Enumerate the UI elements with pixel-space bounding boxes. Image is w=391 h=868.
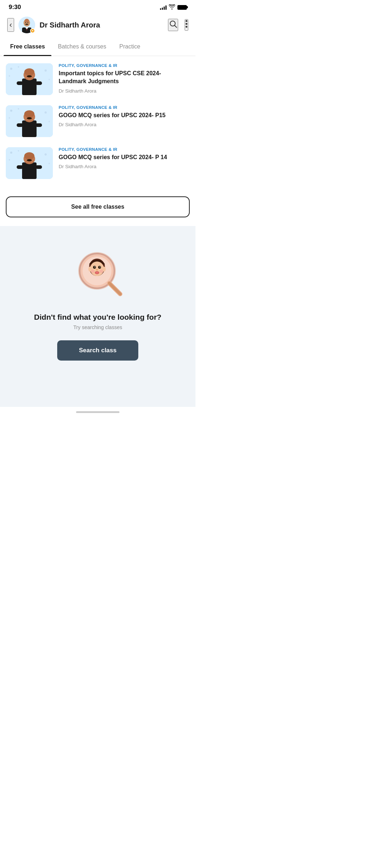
svg-point-60 (96, 269, 98, 271)
svg-point-63 (91, 269, 94, 273)
svg-rect-36 (35, 123, 42, 127)
svg-point-15 (18, 66, 19, 68)
svg-point-62 (95, 272, 99, 274)
svg-point-27 (18, 108, 19, 110)
header-actions (168, 19, 188, 31)
class-info: POLITY, GOVERNANCE & IR Important topics… (59, 63, 190, 94)
svg-point-7 (25, 19, 29, 22)
svg-point-17 (45, 69, 47, 72)
class-item[interactable]: POLITY, GOVERNANCE & IR GOGO MCQ series … (6, 105, 190, 137)
svg-rect-48 (35, 165, 42, 169)
svg-point-58 (94, 267, 96, 268)
class-title: GOGO MCQ series for UPSC 2024- P 14 (59, 153, 190, 161)
svg-rect-31 (22, 120, 37, 137)
class-thumbnail (6, 105, 53, 137)
svg-point-30 (49, 121, 50, 122)
svg-point-45 (24, 152, 34, 159)
tabs: Free classes Batches & courses Practice (0, 38, 196, 56)
class-thumbnail (6, 63, 53, 95)
svg-rect-47 (17, 165, 23, 169)
header-title: Dr Sidharth Arora (39, 21, 164, 29)
back-button[interactable]: ‹ (7, 18, 14, 32)
svg-line-68 (109, 283, 120, 294)
svg-point-42 (49, 163, 50, 164)
class-category: POLITY, GOVERNANCE & IR (59, 63, 190, 68)
search-illustration (65, 239, 130, 304)
svg-point-21 (24, 68, 34, 76)
search-heading: Didn't find what you're looking for? (34, 313, 161, 322)
more-options-button[interactable] (185, 19, 188, 31)
signal-icon (160, 5, 167, 10)
avatar: ★ (18, 17, 35, 33)
svg-point-38 (10, 152, 12, 154)
svg-point-39 (18, 150, 19, 152)
class-teacher: Dr Sidharth Arora (59, 164, 190, 169)
svg-point-41 (45, 153, 47, 156)
svg-rect-19 (22, 78, 37, 95)
svg-rect-24 (35, 81, 42, 85)
class-teacher: Dr Sidharth Arora (59, 122, 190, 127)
svg-rect-35 (17, 123, 23, 127)
home-bar (76, 411, 119, 413)
class-teacher: Dr Sidharth Arora (59, 88, 190, 94)
search-section: Didn't find what you're looking for? Try… (0, 226, 196, 407)
class-info: POLITY, GOVERNANCE & IR GOGO MCQ series … (59, 105, 190, 127)
see-all-free-classes-button[interactable]: See all free classes (6, 196, 190, 217)
svg-point-26 (10, 110, 12, 112)
svg-point-18 (49, 79, 50, 80)
tab-free-classes[interactable]: Free classes (4, 38, 51, 56)
svg-point-4 (25, 24, 28, 25)
home-indicator (0, 407, 196, 416)
svg-point-33 (24, 110, 34, 118)
class-item[interactable]: POLITY, GOVERNANCE & IR GOGO MCQ series … (6, 147, 190, 179)
svg-point-29 (45, 111, 47, 114)
search-subtext: Try searching classes (73, 324, 122, 330)
status-bar: 9:30 (0, 0, 196, 12)
svg-point-22 (27, 75, 32, 77)
star-icon: ★ (31, 29, 34, 32)
class-title: Important topics for UPSC CSE 2024- Land… (59, 69, 190, 86)
svg-point-11 (186, 23, 188, 25)
svg-point-10 (186, 20, 188, 22)
svg-point-14 (10, 68, 12, 70)
class-thumbnail (6, 147, 53, 179)
class-category: POLITY, GOVERNANCE & IR (59, 147, 190, 152)
tab-batches-courses[interactable]: Batches & courses (51, 38, 113, 56)
status-time: 9:30 (9, 4, 21, 11)
svg-point-46 (27, 159, 32, 161)
svg-point-64 (100, 269, 103, 273)
class-info: POLITY, GOVERNANCE & IR GOGO MCQ series … (59, 147, 190, 169)
svg-rect-23 (17, 81, 23, 85)
search-button[interactable] (168, 19, 178, 31)
svg-point-59 (100, 267, 101, 268)
svg-point-34 (27, 117, 32, 119)
svg-point-16 (9, 75, 10, 77)
header: ‹ (0, 12, 196, 38)
svg-rect-43 (22, 162, 37, 179)
class-list: POLITY, GOVERNANCE & IR Important topics… (0, 56, 196, 193)
class-title: GOGO MCQ series for UPSC 2024- P15 (59, 111, 190, 119)
tab-practice[interactable]: Practice (113, 38, 147, 56)
svg-point-28 (9, 117, 10, 119)
class-category: POLITY, GOVERNANCE & IR (59, 105, 190, 110)
battery-icon (177, 5, 187, 10)
search-class-button[interactable]: Search class (57, 340, 138, 361)
status-icons (160, 4, 187, 10)
wifi-icon (169, 4, 175, 10)
class-item[interactable]: POLITY, GOVERNANCE & IR Important topics… (6, 63, 190, 95)
svg-point-40 (9, 159, 10, 161)
avatar-badge: ★ (30, 28, 35, 33)
see-all-section: See all free classes (0, 193, 196, 226)
svg-point-12 (186, 26, 188, 28)
svg-line-9 (175, 26, 177, 28)
